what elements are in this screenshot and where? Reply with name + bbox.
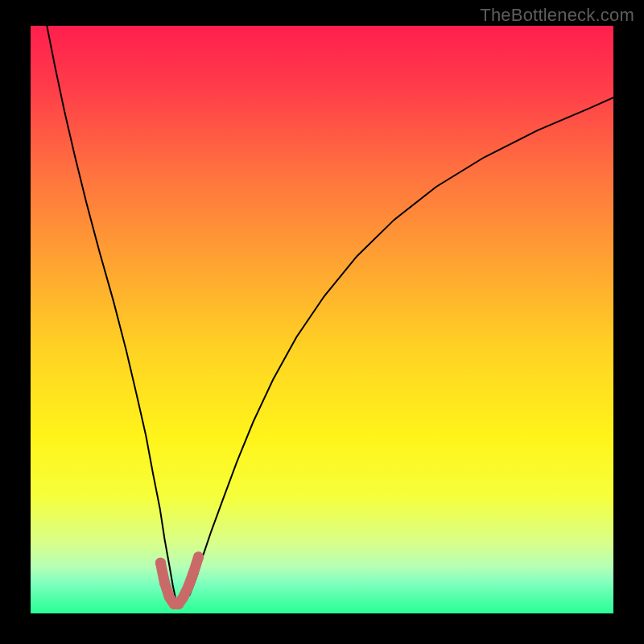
watermark-text: TheBottleneck.com [480, 5, 634, 26]
series-bottleneck-curve [47, 26, 613, 606]
series-sweet-spot-marker-dot [155, 558, 166, 568]
series-sweet-spot-marker-dot [188, 568, 198, 579]
series-sweet-spot-marker-dot [177, 592, 188, 603]
series-sweet-spot-marker-dot [159, 577, 170, 588]
series-sweet-spot-marker-dot [193, 551, 204, 562]
plot-area [31, 26, 613, 613]
chart-curves [31, 26, 613, 613]
series-sweet-spot-marker-dot [183, 582, 193, 592]
chart-frame: TheBottleneck.com [0, 0, 644, 644]
